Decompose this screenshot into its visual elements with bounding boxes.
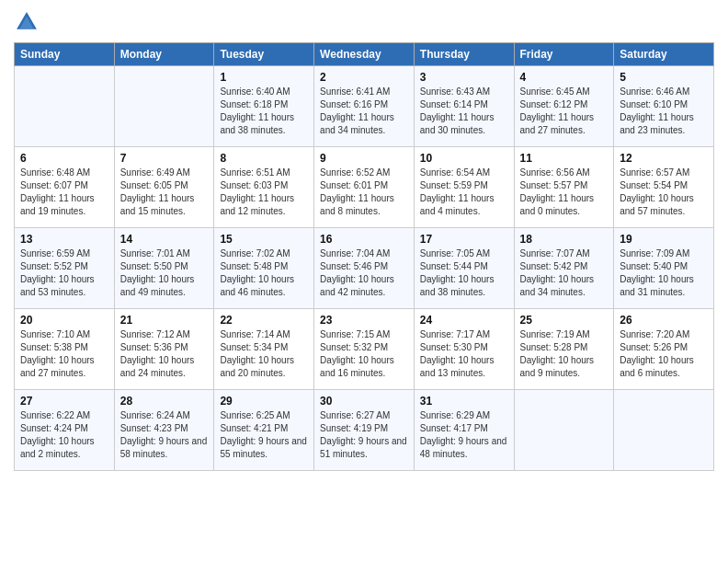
day-number: 29: [220, 395, 308, 408]
calendar-cell: 18Sunrise: 7:07 AMSunset: 5:42 PMDayligh…: [514, 228, 614, 309]
day-info: Sunrise: 6:51 AMSunset: 6:03 PMDaylight:…: [220, 167, 308, 218]
day-number: 11: [520, 152, 609, 165]
day-info: Sunrise: 6:52 AMSunset: 6:01 PMDaylight:…: [320, 167, 408, 218]
calendar-cell: 9Sunrise: 6:52 AMSunset: 6:01 PMDaylight…: [314, 147, 415, 228]
page-header: [14, 9, 714, 35]
day-number: 24: [420, 314, 508, 327]
day-info: Sunrise: 7:19 AMSunset: 5:28 PMDaylight:…: [520, 328, 609, 380]
calendar-cell: 25Sunrise: 7:19 AMSunset: 5:28 PMDayligh…: [514, 309, 614, 390]
day-number: 12: [620, 152, 708, 165]
day-info: Sunrise: 7:05 AMSunset: 5:44 PMDaylight:…: [420, 247, 508, 299]
day-number: 9: [320, 152, 408, 165]
day-number: 19: [620, 233, 708, 246]
weekday-header-saturday: Saturday: [614, 43, 714, 66]
day-info: Sunrise: 6:56 AMSunset: 5:57 PMDaylight:…: [520, 167, 609, 218]
day-info: Sunrise: 7:02 AMSunset: 5:48 PMDaylight:…: [220, 247, 308, 299]
calendar-cell: [614, 390, 714, 471]
calendar-table: SundayMondayTuesdayWednesdayThursdayFrid…: [14, 42, 714, 471]
day-info: Sunrise: 6:45 AMSunset: 6:12 PMDaylight:…: [520, 86, 609, 137]
day-info: Sunrise: 7:07 AMSunset: 5:42 PMDaylight:…: [520, 247, 609, 299]
day-number: 14: [120, 233, 209, 246]
day-number: 28: [120, 395, 209, 408]
day-number: 25: [520, 314, 609, 327]
calendar-cell: 19Sunrise: 7:09 AMSunset: 5:40 PMDayligh…: [614, 228, 714, 309]
calendar-cell: 21Sunrise: 7:12 AMSunset: 5:36 PMDayligh…: [114, 309, 214, 390]
day-info: Sunrise: 6:22 AMSunset: 4:24 PMDaylight:…: [20, 409, 108, 461]
day-info: Sunrise: 6:49 AMSunset: 6:05 PMDaylight:…: [120, 167, 209, 218]
calendar-cell: 29Sunrise: 6:25 AMSunset: 4:21 PMDayligh…: [214, 390, 314, 471]
calendar-cell: 26Sunrise: 7:20 AMSunset: 5:26 PMDayligh…: [614, 309, 714, 390]
day-number: 1: [220, 71, 308, 84]
weekday-header-monday: Monday: [114, 43, 214, 66]
calendar-cell: 28Sunrise: 6:24 AMSunset: 4:23 PMDayligh…: [114, 390, 214, 471]
day-info: Sunrise: 7:09 AMSunset: 5:40 PMDaylight:…: [620, 247, 708, 299]
calendar-cell: 15Sunrise: 7:02 AMSunset: 5:48 PMDayligh…: [214, 228, 314, 309]
calendar-cell: 6Sunrise: 6:48 AMSunset: 6:07 PMDaylight…: [15, 147, 115, 228]
calendar-cell: 11Sunrise: 6:56 AMSunset: 5:57 PMDayligh…: [514, 147, 614, 228]
day-number: 15: [220, 233, 308, 246]
weekday-header-friday: Friday: [514, 43, 614, 66]
day-info: Sunrise: 7:10 AMSunset: 5:38 PMDaylight:…: [20, 328, 108, 380]
day-info: Sunrise: 7:01 AMSunset: 5:50 PMDaylight:…: [120, 247, 209, 299]
weekday-header-thursday: Thursday: [414, 43, 514, 66]
weekday-header-wednesday: Wednesday: [314, 43, 415, 66]
weekday-header-tuesday: Tuesday: [214, 43, 314, 66]
calendar-cell: 24Sunrise: 7:17 AMSunset: 5:30 PMDayligh…: [414, 309, 514, 390]
day-number: 13: [20, 233, 108, 246]
day-number: 21: [120, 314, 209, 327]
day-number: 27: [20, 395, 108, 408]
calendar-cell: 8Sunrise: 6:51 AMSunset: 6:03 PMDaylight…: [214, 147, 314, 228]
calendar-cell: 23Sunrise: 7:15 AMSunset: 5:32 PMDayligh…: [314, 309, 415, 390]
calendar-cell: 27Sunrise: 6:22 AMSunset: 4:24 PMDayligh…: [15, 390, 115, 471]
calendar-cell: 1Sunrise: 6:40 AMSunset: 6:18 PMDaylight…: [214, 66, 314, 147]
day-info: Sunrise: 7:20 AMSunset: 5:26 PMDaylight:…: [620, 328, 708, 380]
day-number: 4: [520, 71, 609, 84]
calendar-week-row: 6Sunrise: 6:48 AMSunset: 6:07 PMDaylight…: [15, 147, 714, 228]
calendar-cell: 7Sunrise: 6:49 AMSunset: 6:05 PMDaylight…: [114, 147, 214, 228]
day-number: 3: [420, 71, 508, 84]
calendar-cell: [514, 390, 614, 471]
day-info: Sunrise: 7:15 AMSunset: 5:32 PMDaylight:…: [320, 328, 408, 380]
day-number: 17: [420, 233, 508, 246]
day-info: Sunrise: 6:48 AMSunset: 6:07 PMDaylight:…: [20, 167, 108, 218]
calendar-cell: 2Sunrise: 6:41 AMSunset: 6:16 PMDaylight…: [314, 66, 415, 147]
logo: [14, 9, 43, 35]
calendar-cell: 14Sunrise: 7:01 AMSunset: 5:50 PMDayligh…: [114, 228, 214, 309]
day-info: Sunrise: 6:29 AMSunset: 4:17 PMDaylight:…: [420, 409, 508, 461]
day-number: 7: [120, 152, 209, 165]
day-number: 6: [20, 152, 108, 165]
logo-icon: [14, 9, 40, 35]
day-info: Sunrise: 6:27 AMSunset: 4:19 PMDaylight:…: [320, 409, 408, 461]
calendar-cell: 5Sunrise: 6:46 AMSunset: 6:10 PMDaylight…: [614, 66, 714, 147]
calendar-cell: 4Sunrise: 6:45 AMSunset: 6:12 PMDaylight…: [514, 66, 614, 147]
day-info: Sunrise: 7:17 AMSunset: 5:30 PMDaylight:…: [420, 328, 508, 380]
calendar-cell: 17Sunrise: 7:05 AMSunset: 5:44 PMDayligh…: [414, 228, 514, 309]
calendar-cell: 31Sunrise: 6:29 AMSunset: 4:17 PMDayligh…: [414, 390, 514, 471]
calendar-week-row: 13Sunrise: 6:59 AMSunset: 5:52 PMDayligh…: [15, 228, 714, 309]
calendar-cell: 3Sunrise: 6:43 AMSunset: 6:14 PMDaylight…: [414, 66, 514, 147]
day-number: 18: [520, 233, 609, 246]
calendar-week-row: 20Sunrise: 7:10 AMSunset: 5:38 PMDayligh…: [15, 309, 714, 390]
calendar-cell: 10Sunrise: 6:54 AMSunset: 5:59 PMDayligh…: [414, 147, 514, 228]
calendar-cell: [15, 66, 115, 147]
calendar-cell: 16Sunrise: 7:04 AMSunset: 5:46 PMDayligh…: [314, 228, 415, 309]
calendar-week-row: 27Sunrise: 6:22 AMSunset: 4:24 PMDayligh…: [15, 390, 714, 471]
calendar-cell: 13Sunrise: 6:59 AMSunset: 5:52 PMDayligh…: [15, 228, 115, 309]
day-number: 23: [320, 314, 408, 327]
day-number: 31: [420, 395, 508, 408]
calendar-cell: 30Sunrise: 6:27 AMSunset: 4:19 PMDayligh…: [314, 390, 415, 471]
calendar-cell: 22Sunrise: 7:14 AMSunset: 5:34 PMDayligh…: [214, 309, 314, 390]
day-info: Sunrise: 7:14 AMSunset: 5:34 PMDaylight:…: [220, 328, 308, 380]
day-info: Sunrise: 6:57 AMSunset: 5:54 PMDaylight:…: [620, 167, 708, 218]
day-number: 22: [220, 314, 308, 327]
calendar-week-row: 1Sunrise: 6:40 AMSunset: 6:18 PMDaylight…: [15, 66, 714, 147]
day-info: Sunrise: 6:24 AMSunset: 4:23 PMDaylight:…: [120, 409, 209, 461]
day-info: Sunrise: 6:54 AMSunset: 5:59 PMDaylight:…: [420, 167, 508, 218]
day-info: Sunrise: 6:59 AMSunset: 5:52 PMDaylight:…: [20, 247, 108, 299]
day-info: Sunrise: 6:43 AMSunset: 6:14 PMDaylight:…: [420, 86, 508, 137]
calendar-cell: 12Sunrise: 6:57 AMSunset: 5:54 PMDayligh…: [614, 147, 714, 228]
day-info: Sunrise: 7:04 AMSunset: 5:46 PMDaylight:…: [320, 247, 408, 299]
day-info: Sunrise: 6:46 AMSunset: 6:10 PMDaylight:…: [620, 86, 708, 137]
day-info: Sunrise: 6:41 AMSunset: 6:16 PMDaylight:…: [320, 86, 408, 137]
day-info: Sunrise: 7:12 AMSunset: 5:36 PMDaylight:…: [120, 328, 209, 380]
